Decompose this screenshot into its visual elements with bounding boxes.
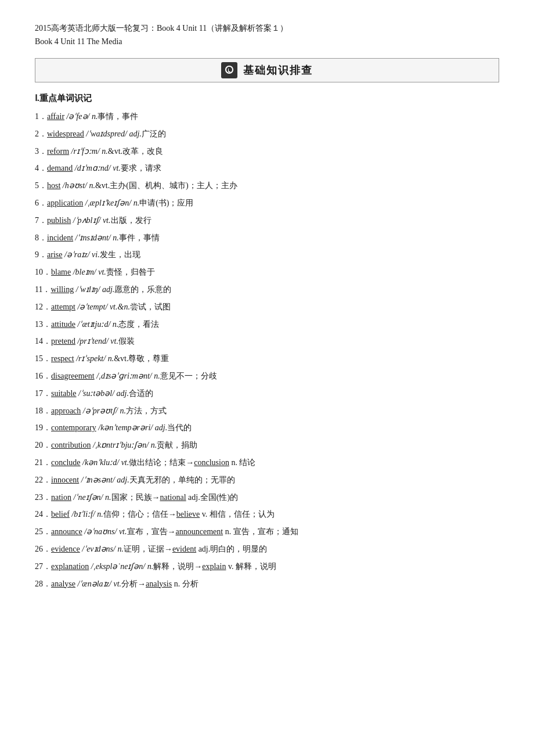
vocab-meaning: 出版，发行 (111, 216, 151, 225)
vocab-item: 6．application /ˌæplɪˈkeɪʃən/ n.申请(书)；应用 (35, 196, 499, 210)
vocab-word: willing (50, 285, 74, 294)
vocab-item: 7．publish /ˈpʌblɪʃ/ vt.出版，发行 (35, 214, 499, 228)
section-header: 基础知识排查 (35, 58, 499, 82)
vocab-item: 24．belief /bɪˈliːf/ n.信仰；信心；信任→believe v… (35, 507, 499, 521)
vocab-item: 13．attitude /ˈætɪtjuːd/ n.态度，看法 (35, 318, 499, 332)
vocab-meaning: 要求，请求 (121, 164, 161, 172)
vocab-meaning: 事情，事件 (98, 112, 138, 121)
vocab-phonetic: /ˈevɪdəns/ n. (82, 545, 124, 553)
vocab-item: 5．host /həʊst/ n.&vt.主办(国、机构、城市)；主人；主办 (35, 179, 499, 193)
vocab-phonetic: /ˌæplɪˈkeɪʃən/ n. (85, 199, 139, 207)
vocab-word: announce (51, 527, 82, 536)
vocab-word: attitude (51, 320, 75, 329)
vocab-item: 1．affair /əˈfeə/ n.事情，事件 (35, 110, 499, 124)
vocab-phonetic: /əˈfeə/ n. (67, 112, 98, 121)
vocab-phonetic: /kənˈtempərəri/ adj. (98, 423, 167, 432)
vocab-item: 21．conclude /kənˈkluːd/ vt.做出结论；结束→concl… (35, 456, 499, 470)
vocab-meaning: 意见不一；分歧 (160, 372, 217, 380)
vocab-phonetic: /prɪˈtend/ vt. (77, 337, 118, 345)
vocab-word: disagreement (51, 372, 95, 380)
vocab-arrow: → (152, 493, 160, 502)
vocab-derived-word: announcement (176, 527, 223, 536)
vocab-derived-word: evident (172, 545, 196, 553)
vocab-num: 22． (35, 476, 51, 484)
vocab-num: 14． (35, 337, 51, 345)
vocab-meaning: 事件，事情 (119, 233, 160, 242)
vocab-num: 11． (35, 285, 50, 294)
vocab-num: 3． (35, 147, 47, 156)
vocab-num: 23． (35, 493, 51, 502)
vocab-num: 1． (35, 112, 47, 121)
vocab-meaning: 合适的 (129, 389, 153, 398)
vocab-num: 24． (35, 510, 51, 519)
vocab-word: suitable (51, 389, 77, 398)
vocab-num: 12． (35, 303, 51, 311)
vocab-item: 18．approach /əˈprəʊtʃ/ n.方法，方式 (35, 404, 499, 418)
vocab-item: 16．disagreement /ˌdɪsəˈɡriːmənt/ n.意见不一；… (35, 369, 499, 383)
vocab-num: 4． (35, 164, 47, 172)
vocab-item: 9．arise /əˈraɪz/ vi.发生，出现 (35, 248, 499, 262)
vocab-arrow: → (168, 510, 176, 519)
vocab-phonetic: /əˈtempt/ vt.&n. (78, 303, 130, 311)
vocab-num: 7． (35, 216, 47, 225)
vocab-meaning: 分析 (121, 579, 138, 588)
vocab-item: 8．incident /ˈɪnsɪdənt/ n.事件，事情 (35, 231, 499, 245)
vocab-num: 15． (35, 354, 51, 363)
subtitle: Book 4 Unit 11 The Media (35, 37, 499, 46)
vocab-item: 27．explanation /ˌeksplə˙neɪʃən/ n.解释，说明→… (35, 560, 499, 574)
vocab-derived-word: conclusion (194, 458, 229, 467)
vocab-word: affair (47, 112, 64, 121)
vocab-num: 2． (35, 129, 47, 138)
vocab-meaning: 广泛的 (142, 129, 166, 138)
vocab-phonetic: /ˈwaɪdspred/ adj. (86, 129, 142, 138)
vocab-item: 10．blame /bleɪm/ vt.责怪，归咎于 (35, 265, 499, 279)
vocab-meaning: 尝试，试图 (130, 303, 171, 311)
vocab-meaning: 方法，方式 (126, 406, 167, 415)
vocab-word: approach (51, 406, 81, 415)
vocab-phonetic: /həʊst/ n. (63, 181, 95, 190)
vocab-phonetic: /əˈnaʊns/ vt. (84, 527, 127, 536)
vocab-word: belief (51, 510, 70, 519)
vocab-meaning: 解释，说明 (153, 562, 194, 571)
vocab-item: 3．reform /rɪˈfɔːm/ n.&vt.改革，改良 (35, 145, 499, 159)
vocab-phonetic: /ˈsuːtəbəl/ adj. (78, 389, 129, 398)
vocab-arrow: → (168, 527, 176, 536)
vocab-word: contribution (51, 441, 91, 449)
vocab-num: 16． (35, 372, 51, 380)
vocab-word: innocent (51, 476, 79, 484)
vocab-meaning: 愿意的，乐意的 (114, 285, 171, 294)
vocab-derived-meaning: v. 相信，信任；认为 (200, 510, 275, 519)
vocab-item: 15．respect /rɪˈspekt/ n.&vt.尊敬，尊重 (35, 352, 499, 366)
vocab-phonetic: /ˈɪnəsənt/ adj. (81, 476, 129, 484)
vocab-phonetic: /ˌdɪsəˈɡriːmənt/ n. (96, 372, 160, 380)
vocab-phonetic: /ˈpʌblɪʃ/ vt. (73, 216, 111, 225)
vocab-derived-meaning: n. 结论 (229, 458, 256, 467)
vocab-word: respect (51, 354, 74, 363)
vocab-derived-word: analysis (146, 579, 172, 588)
vocab-item: 4．demand /dɪˈmɑːnd/ vt.要求，请求 (35, 161, 499, 175)
vocab-meaning: 当代的 (167, 423, 192, 432)
vocab-arrow: → (186, 458, 194, 467)
vocab-meaning: 证明，证据 (124, 545, 164, 553)
vocab-item: 12．attempt /əˈtempt/ vt.&n.尝试，试图 (35, 300, 499, 314)
vocab-phonetic: /ˌkɒntrɪˈbjuːʃən/ n. (93, 441, 157, 449)
vocab-meaning: 宣布，宣告 (127, 527, 168, 536)
vocab-phonetic: /dɪˈmɑːnd/ vt. (75, 164, 121, 172)
vocab-num: 13． (35, 320, 51, 329)
vocab-num: 21． (35, 458, 51, 467)
vocab-phonetic: /rɪˈfɔːm/ n. (71, 147, 108, 156)
vocab-phonetic: /rɪˈspekt/ n. (76, 354, 114, 363)
vocab-word: incident (47, 233, 73, 242)
vocab-num: 26． (35, 545, 51, 553)
vocab-word: attempt (51, 303, 75, 311)
vocab-word: host (47, 181, 60, 190)
vocab-word: application (47, 199, 83, 207)
vocab-arrow: → (164, 545, 172, 553)
vocab-list: 1．affair /əˈfeə/ n.事情，事件2．widespread /ˈw… (35, 110, 499, 591)
vocab-phonetic: /ˈætɪtjuːd/ n. (78, 320, 119, 329)
vocab-derived-word: explain (202, 562, 226, 571)
vocab-meaning: 天真无邪的，单纯的；无罪的 (129, 476, 235, 484)
vocab-phonetic: /bɪˈliːf/ n. (71, 510, 103, 519)
vocab-item: 2．widespread /ˈwaɪdspred/ adj.广泛的 (35, 127, 499, 141)
vocab-num: 28． (35, 579, 51, 588)
